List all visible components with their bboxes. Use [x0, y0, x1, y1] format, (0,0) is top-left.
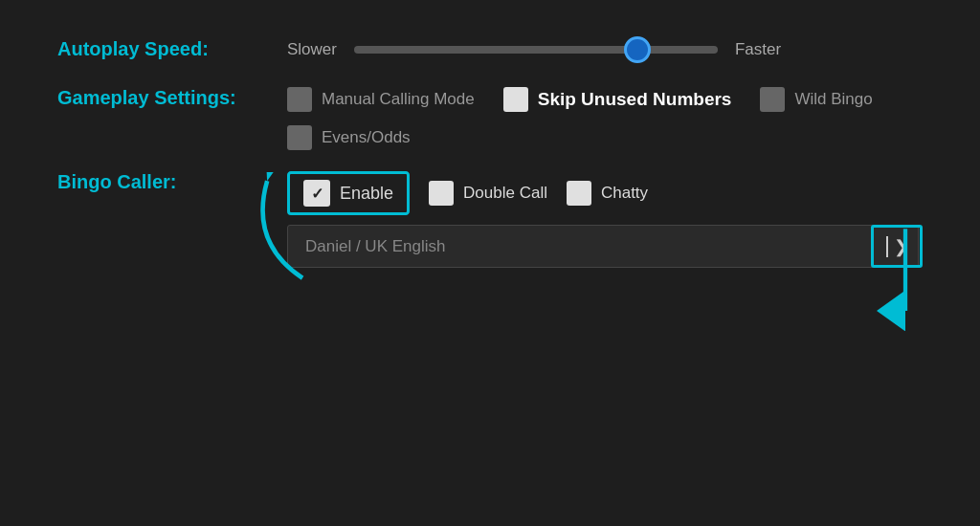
caller-options: ✓ Enable Double Call Chatty [287, 171, 923, 215]
manual-calling-item[interactable]: Manual Calling Mode [287, 87, 475, 112]
caller-section: ✓ Enable Double Call Chatty Danie [287, 171, 923, 268]
autoplay-slider[interactable] [354, 46, 718, 54]
double-call-checkbox[interactable] [429, 181, 454, 206]
settings-container: Autoplay Speed: Slower Faster Gameplay S… [0, 0, 980, 333]
wild-bingo-checkbox[interactable] [760, 87, 785, 112]
wild-bingo-item[interactable]: Wild Bingo [760, 87, 872, 112]
dropdown-button[interactable]: ❯ [871, 225, 923, 268]
wild-bingo-label: Wild Bingo [794, 90, 872, 109]
gameplay-settings-row: Gameplay Settings: Manual Calling Mode S… [57, 87, 923, 150]
chatty-item[interactable]: Chatty [567, 181, 648, 206]
dropdown-bar [886, 236, 888, 257]
bingo-caller-row: Bingo Caller: ✓ Enable Double Call [57, 171, 923, 268]
chevron-down-icon: ❯ [894, 236, 908, 257]
chatty-checkbox[interactable] [567, 181, 591, 206]
skip-unused-label: Skip Unused Numbers [538, 89, 732, 110]
autoplay-speed-row: Autoplay Speed: Slower Faster [57, 38, 923, 60]
double-call-label: Double Call [463, 184, 547, 203]
evens-odds-item[interactable]: Evens/Odds [287, 125, 411, 150]
speed-controls: Slower Faster [287, 40, 923, 59]
skip-unused-checkbox[interactable] [503, 87, 528, 112]
manual-calling-checkbox[interactable] [287, 87, 312, 112]
gameplay-label: Gameplay Settings: [57, 87, 287, 109]
slower-label: Slower [287, 40, 337, 59]
enable-item[interactable]: ✓ Enable [287, 171, 410, 215]
skip-unused-item[interactable]: Skip Unused Numbers [503, 87, 732, 112]
enable-checkmark: ✓ [311, 185, 323, 203]
chatty-label: Chatty [601, 184, 648, 203]
settings-grid: Manual Calling Mode Skip Unused Numbers … [287, 87, 923, 150]
faster-label: Faster [735, 40, 781, 59]
manual-calling-label: Manual Calling Mode [322, 90, 475, 109]
evens-odds-checkbox[interactable] [287, 125, 312, 150]
double-call-item[interactable]: Double Call [429, 181, 547, 206]
voice-dropdown-row: Daniel / UK English Other Voice ❯ [287, 225, 923, 268]
evens-odds-label: Evens/Odds [322, 128, 411, 147]
enable-checkbox[interactable]: ✓ [303, 180, 330, 207]
voice-dropdown[interactable]: Daniel / UK English Other Voice [287, 225, 919, 268]
autoplay-label: Autoplay Speed: [57, 38, 287, 60]
enable-label: Enable [340, 184, 393, 204]
bingo-caller-label: Bingo Caller: [57, 171, 287, 193]
